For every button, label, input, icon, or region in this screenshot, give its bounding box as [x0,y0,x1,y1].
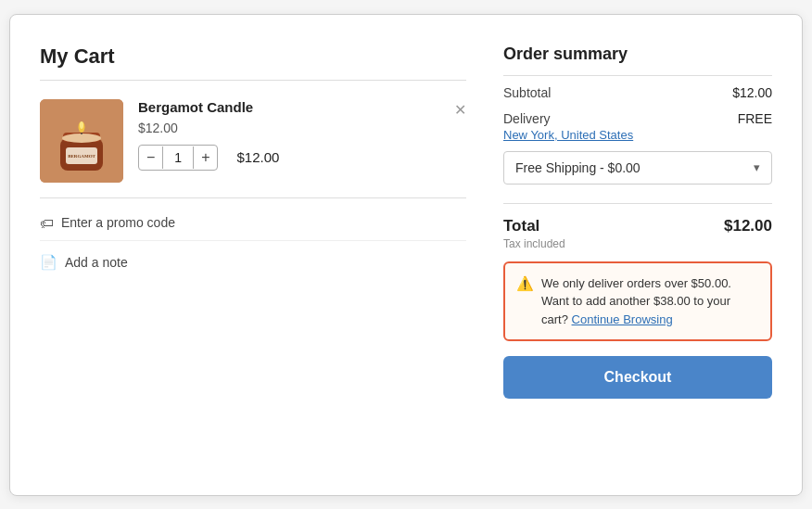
delivery-label: Delivery [503,111,551,126]
tag-icon: 🏷 [40,215,54,231]
chevron-down-icon: ▾ [754,160,760,174]
svg-point-6 [80,121,83,129]
delivery-row: Delivery FREE [503,102,772,128]
qty-decrease-button[interactable]: − [139,146,162,170]
promo-code-section[interactable]: 🏷 Enter a promo code [40,198,466,241]
svg-text:BERGAMOT: BERGAMOT [68,154,95,159]
cart-item-details: Bergamot Candle $12.00 − 1 + $12.00 [138,99,439,171]
warning-box: ⚠️ We only deliver orders over $50.00. W… [503,261,772,342]
delivery-value: FREE [738,111,772,126]
right-panel: Order summary Subtotal $12.00 Delivery F… [503,45,772,465]
left-panel: My Cart [40,45,466,465]
qty-value: 1 [162,146,194,169]
remove-item-button[interactable]: ✕ [454,101,466,119]
cart-item: BERGAMOT Bergamot Candle $12.00 − 1 + $1… [40,81,466,198]
svg-point-4 [62,134,101,143]
shipping-option-text: Free Shipping - $0.00 [515,160,641,175]
shipping-dropdown[interactable]: Free Shipping - $0.00 ▾ [503,151,772,185]
note-label: Add a note [65,255,128,270]
note-icon: 📄 [40,254,57,271]
total-row: Total $12.00 [503,211,772,237]
subtotal-label: Subtotal [503,85,551,100]
item-price-small: $12.00 [138,121,439,135]
qty-price-row: − 1 + $12.00 [138,145,439,171]
tax-note: Tax included [503,237,772,250]
total-label: Total [503,217,539,235]
product-image: BERGAMOT [40,99,123,183]
total-value: $12.00 [724,217,772,235]
cart-window: My Cart [9,14,803,496]
summary-title: Order summary [503,45,772,76]
cart-title: My Cart [40,45,466,81]
promo-label: Enter a promo code [61,215,175,230]
subtotal-value: $12.00 [732,85,772,100]
continue-browsing-link[interactable]: Continue Browsing [572,312,673,326]
item-total: $12.00 [236,149,279,165]
warning-text: We only deliver orders over $50.00. Want… [541,274,759,329]
add-note-section[interactable]: 📄 Add a note [40,241,466,271]
delivery-location-link[interactable]: New York, United States [503,128,772,151]
checkout-button[interactable]: Checkout [503,356,772,399]
qty-increase-button[interactable]: + [194,146,217,170]
quantity-control: − 1 + [138,145,218,171]
warning-icon: ⚠️ [516,275,534,292]
subtotal-row: Subtotal $12.00 [503,76,772,102]
divider [503,203,772,204]
item-name: Bergamot Candle [138,99,439,115]
